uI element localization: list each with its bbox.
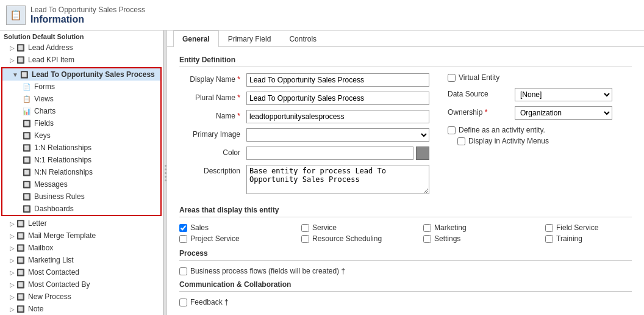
tab-general[interactable]: General [173,31,219,47]
form-content: Entity Definition Display Name * [167,47,644,315]
sidebar-item-dashboards[interactable]: 🔲 Dashboards [2,203,160,215]
expand-icon[interactable]: ▷ [10,281,15,288]
plural-name-input[interactable] [246,92,429,105]
sidebar-item-mail-merge[interactable]: ▷ 🔲 Mail Merge Template [0,230,163,242]
header-breadcrumb: Lead To Opportunity Sales Process [30,5,145,14]
data-source-select[interactable]: [None] [515,88,612,101]
form-two-col: Display Name * Plural Name * [179,73,632,201]
sidebar-item-n1-relationships[interactable]: 🔲 N:1 Relationships [2,154,160,166]
ownership-input-wrapper: Organization [515,106,632,120]
area-field-service-label: Field Service [556,223,598,232]
expand-icon[interactable]: ▷ [10,257,15,264]
sidebar-item-note[interactable]: ▷ 🔲 Note [0,303,163,315]
color-text-input[interactable] [246,147,413,160]
name-input-wrapper [246,110,429,123]
feedback-checkbox[interactable] [179,299,187,306]
sidebar-item-label: N:1 Relationships [34,156,91,164]
sidebar-item-lead-address[interactable]: ▷ 🔲 Lead Address [0,42,163,54]
fields-icon: 🔲 [22,118,32,128]
business-rules-icon: 🔲 [22,192,32,201]
business-process-checkbox[interactable] [179,267,187,275]
data-source-label: Data Source [448,88,515,98]
item-icon: 🔲 [16,255,26,265]
sidebar-item-letter[interactable]: ▷ 🔲 Letter [0,217,163,230]
item-icon: 🔲 [20,70,29,79]
sidebar-item-charts[interactable]: 📊 Charts [2,105,160,117]
sidebar-item-1n-relationships[interactable]: 🔲 1:N Relationships [2,142,160,154]
name-input[interactable] [246,110,429,123]
description-input-wrapper: Base entity for process Lead To Opportun… [246,165,429,196]
sidebar-item-marketing-list[interactable]: ▷ 🔲 Marketing List [0,254,163,266]
primary-image-row: Primary Image [179,128,435,142]
expand-icon[interactable]: ▷ [10,306,15,313]
expand-icon[interactable]: ▼ [12,71,18,78]
sidebar-item-label: 1:N Relationships [34,143,91,152]
color-row: Color [179,147,435,160]
nn-icon: 🔲 [22,167,32,177]
area-field-service-checkbox[interactable] [545,224,553,232]
sidebar-item-label: Lead Address [28,43,73,52]
sidebar-item-keys[interactable]: 🔲 Keys [2,129,160,142]
sidebar-item-messages[interactable]: 🔲 Messages [2,178,160,190]
expand-icon[interactable]: ▷ [10,45,15,51]
sidebar-item-nn-relationships[interactable]: 🔲 N:N Relationships [2,166,160,178]
description-textarea[interactable]: Base entity for process Lead To Opportun… [246,165,429,194]
area-service-checkbox[interactable] [301,224,309,232]
virtual-entity-checkbox[interactable] [448,74,456,82]
sidebar-item-lead-opportunity[interactable]: ▼ 🔲 Lead To Opportunity Sales Process [2,68,160,81]
area-project-service-checkbox[interactable] [179,235,187,243]
plural-name-row: Plural Name * [179,92,435,105]
description-row: Description Base entity for process Lead… [179,165,435,196]
sidebar-item-fields[interactable]: 🔲 Fields [2,117,160,129]
sidebar-item-views[interactable]: 📋 Views [2,93,160,105]
area-training: Training [545,234,644,243]
area-resource-scheduling-checkbox[interactable] [301,235,309,243]
expand-icon[interactable]: ▷ [10,57,15,63]
color-input-wrapper [246,147,429,160]
sidebar-item-most-contacted-by[interactable]: ▷ 🔲 Most Contacted By [0,278,163,291]
area-sales: Sales [179,223,289,232]
area-service: Service [301,223,411,232]
area-settings-checkbox[interactable] [423,235,431,243]
expand-icon[interactable]: ▷ [10,245,15,252]
sidebar-item-forms[interactable]: 📄 Forms [2,81,160,93]
primary-image-select[interactable] [246,128,429,142]
area-resource-scheduling-label: Resource Scheduling [312,234,382,243]
sidebar-item-label: Lead KPI Item [28,56,74,64]
sidebar-item-most-contacted[interactable]: ▷ 🔲 Most Contacted [0,266,163,278]
sidebar-item-new-process[interactable]: ▷ 🔲 New Process [0,291,163,303]
sidebar-item-business-rules[interactable]: 🔲 Business Rules [2,190,160,203]
color-swatch[interactable] [416,147,429,160]
area-marketing-label: Marketing [434,223,467,232]
area-resource-scheduling: Resource Scheduling [301,234,411,243]
item-icon: 🔲 [16,55,26,65]
ownership-select[interactable]: Organization [515,106,612,120]
area-marketing: Marketing [423,223,533,232]
feedback-row: Feedback † [179,298,632,306]
feedback-label: Feedback † [190,298,229,306]
area-sales-checkbox[interactable] [179,224,187,232]
header-icon: 📋 [6,5,26,25]
sidebar-item-lead-kpi[interactable]: ▷ 🔲 Lead KPI Item [0,54,163,66]
sidebar-item-label: Messages [34,180,68,189]
sidebar-item-label: Most Contacted By [28,280,90,289]
sidebar-item-label: Views [34,95,54,103]
expand-icon[interactable]: ▷ [10,269,15,276]
area-service-label: Service [312,223,337,232]
display-activity-checkbox[interactable] [457,137,465,145]
area-training-checkbox[interactable] [545,235,553,243]
tab-primary-field[interactable]: Primary Field [219,31,281,47]
expand-icon[interactable]: ▷ [10,220,15,227]
display-name-row: Display Name * [179,73,435,87]
tab-controls[interactable]: Controls [280,31,326,47]
sidebar-item-mailbox[interactable]: ▷ 🔲 Mailbox [0,242,163,254]
area-settings: Settings [423,234,533,243]
display-name-input[interactable] [246,73,429,87]
expand-icon[interactable]: ▷ [10,233,15,239]
expand-icon[interactable]: ▷ [10,294,15,300]
content-area: General Primary Field Controls Entity De… [167,31,644,315]
area-marketing-checkbox[interactable] [423,224,431,232]
define-activity-checkbox[interactable] [448,126,456,134]
virtual-entity-row: Virtual Entity [448,73,632,82]
area-project-service-label: Project Service [190,234,240,243]
